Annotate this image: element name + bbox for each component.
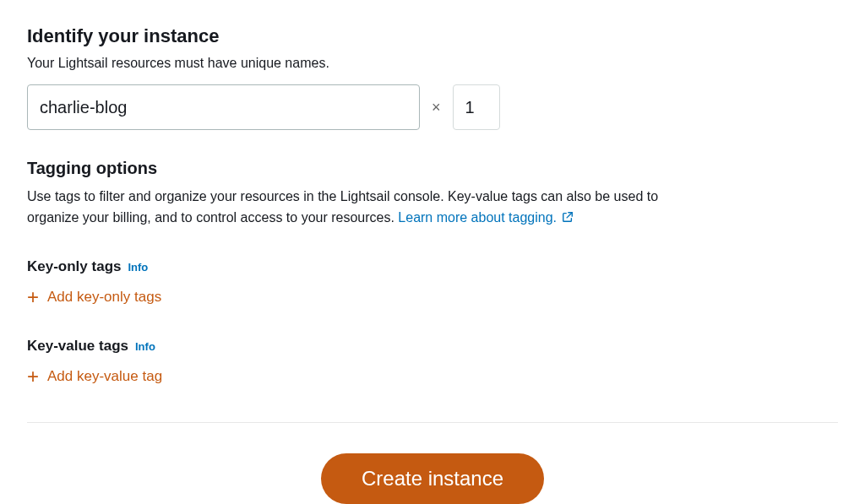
identify-heading: Identify your instance (27, 25, 838, 47)
external-link-icon (562, 209, 574, 230)
tagging-description: Use tags to filter and organize your res… (27, 187, 703, 230)
key-only-tags-section: Key-only tags Info + Add key-only tags (27, 258, 838, 309)
multiply-symbol: × (432, 99, 441, 117)
key-only-tags-title: Key-only tags (27, 258, 121, 275)
key-value-tags-title: Key-value tags (27, 338, 128, 355)
create-instance-button[interactable]: Create instance (321, 453, 544, 504)
plus-icon: + (27, 287, 39, 307)
key-only-info-link[interactable]: Info (128, 261, 148, 274)
instance-name-row: × (27, 84, 838, 130)
instance-count-input[interactable] (453, 84, 500, 130)
tagging-heading: Tagging options (27, 159, 838, 178)
add-key-value-tag-button[interactable]: + Add key-value tag (27, 365, 162, 388)
add-key-only-tags-button[interactable]: + Add key-only tags (27, 285, 161, 309)
learn-more-link[interactable]: Learn more about tagging. (398, 210, 574, 225)
identify-subtext: Your Lightsail resources must have uniqu… (27, 56, 838, 71)
instance-name-input[interactable] (27, 84, 420, 130)
key-value-info-link[interactable]: Info (135, 340, 155, 353)
plus-icon: + (27, 366, 39, 387)
divider (27, 422, 838, 423)
key-value-tags-section: Key-value tags Info + Add key-value tag (27, 338, 838, 388)
